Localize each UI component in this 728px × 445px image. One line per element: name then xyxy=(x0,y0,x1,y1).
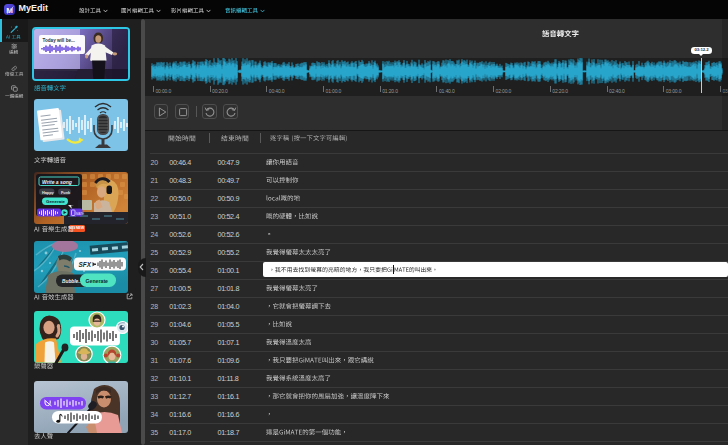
svg-text:Write a song: Write a song xyxy=(42,178,72,184)
svg-text:Today will be...: Today will be... xyxy=(43,38,75,43)
svg-text:MATE: MATE xyxy=(76,211,84,215)
svg-text:Funk: Funk xyxy=(61,190,71,194)
svg-text:Happy: Happy xyxy=(42,190,54,194)
svg-text:Generate: Generate xyxy=(86,278,109,284)
svg-text:Bubble...: Bubble... xyxy=(62,279,82,284)
svg-text:SFX: SFX xyxy=(79,261,92,268)
svg-text:Generate: Generate xyxy=(46,199,66,204)
